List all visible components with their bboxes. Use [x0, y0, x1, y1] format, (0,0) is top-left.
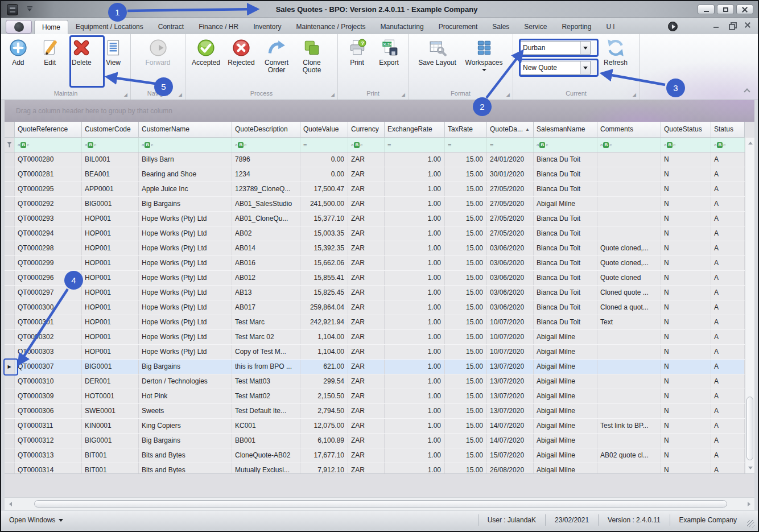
- ribbon-tab[interactable]: Equipment / Locations: [68, 20, 151, 34]
- cell[interactable]: 1,104.00: [300, 345, 348, 359]
- cell[interactable]: 15.00: [445, 271, 487, 285]
- filter-cell[interactable]: aBc =: [139, 138, 232, 152]
- cell[interactable]: HOP001: [82, 256, 139, 270]
- cell[interactable]: Bianca Du Toit: [534, 212, 597, 226]
- cell[interactable]: AB012: [232, 271, 300, 285]
- cell[interactable]: ZAR: [348, 315, 385, 329]
- cell[interactable]: 13/07/2020: [487, 360, 534, 374]
- cell[interactable]: ZAR: [348, 404, 385, 418]
- cell[interactable]: 1.00: [385, 315, 445, 329]
- cell[interactable]: A: [711, 182, 745, 196]
- filter-cell[interactable]: aBc =: [487, 138, 534, 152]
- cell[interactable]: 15.00: [445, 389, 487, 403]
- cell[interactable]: AB017: [232, 300, 300, 315]
- cell[interactable]: 10/07/2020: [487, 345, 534, 359]
- cell[interactable]: Bianca Du Toit: [534, 271, 597, 285]
- cell[interactable]: Abigail Milne: [534, 448, 597, 463]
- filter-cell[interactable]: aBc =: [534, 138, 597, 152]
- cell[interactable]: 1.00: [385, 330, 445, 344]
- ribbon-tab[interactable]: Home: [34, 20, 68, 34]
- cell[interactable]: Hope Works (Pty) Ltd: [139, 345, 232, 359]
- cell[interactable]: A: [711, 271, 745, 285]
- cell[interactable]: Bianca Du Toit: [534, 152, 597, 167]
- cell[interactable]: ZAR: [348, 271, 385, 285]
- cell[interactable]: 15.00: [445, 226, 487, 241]
- view-button[interactable]: View: [97, 36, 129, 86]
- table-row[interactable]: ▶ QT0000280 BIL0001 Billys Barn 7896 0.0…: [5, 152, 745, 167]
- export-button[interactable]: XLSX Export: [373, 36, 405, 86]
- table-row[interactable]: ▶ QT0000312 BIG0001 Big Bargains BB001 6…: [5, 434, 745, 448]
- cell[interactable]: HOP001: [82, 241, 139, 255]
- row-header-cell[interactable]: ▶: [5, 167, 15, 182]
- cell[interactable]: ZAR: [348, 374, 385, 389]
- cell[interactable]: QT0000298: [15, 241, 82, 255]
- cell[interactable]: 1.00: [385, 256, 445, 270]
- cell[interactable]: QT0000306: [15, 404, 82, 418]
- cell[interactable]: A: [711, 197, 745, 211]
- cell[interactable]: 27/05/2020: [487, 212, 534, 226]
- row-header-cell[interactable]: ▶: [5, 374, 15, 389]
- cell[interactable]: BIT001: [82, 463, 139, 473]
- table-row[interactable]: ▶ QT0000302 HOP001 Hope Works (Pty) Ltd …: [5, 330, 745, 345]
- cell[interactable]: [597, 404, 661, 418]
- ribbon-tab[interactable]: Maintenance / Projects: [289, 20, 373, 34]
- chevron-down-icon[interactable]: [580, 42, 590, 54]
- cell[interactable]: ZAR: [348, 419, 385, 433]
- cell[interactable]: BIG0001: [82, 197, 139, 211]
- row-header-cell[interactable]: ▶: [5, 419, 15, 433]
- cell[interactable]: 15.00: [445, 152, 487, 167]
- cell[interactable]: BB001: [232, 434, 300, 448]
- cell[interactable]: Hot Pink: [139, 389, 232, 403]
- cell[interactable]: Text: [597, 315, 661, 329]
- cell[interactable]: 1.00: [385, 448, 445, 463]
- cell[interactable]: ZAR: [348, 360, 385, 374]
- cell[interactable]: HOP001: [82, 345, 139, 359]
- filter-cell[interactable]: aBc =: [15, 138, 82, 152]
- cell[interactable]: N: [661, 434, 711, 448]
- cell[interactable]: 299.54: [300, 374, 348, 389]
- ribbon-tab[interactable]: U l: [599, 20, 622, 34]
- column-header[interactable]: QuoteValue ▲: [300, 122, 348, 137]
- cell[interactable]: N: [661, 286, 711, 300]
- cell[interactable]: A: [711, 300, 745, 315]
- cell[interactable]: QT0000314: [15, 463, 82, 473]
- cell[interactable]: AB01_SalesStudio: [232, 197, 300, 211]
- cell[interactable]: ZAR: [348, 226, 385, 241]
- cell[interactable]: ZAR: [348, 330, 385, 344]
- cell[interactable]: 1.00: [385, 152, 445, 167]
- cell[interactable]: Big Bargains: [139, 360, 232, 374]
- table-row[interactable]: ▶ QT0000309 HOT0001 Hot Pink Test Matt02…: [5, 389, 745, 404]
- cell[interactable]: AB02: [232, 226, 300, 241]
- cell[interactable]: 1.00: [385, 463, 445, 473]
- cell[interactable]: Hope Works (Pty) Ltd: [139, 271, 232, 285]
- print-button[interactable]: ? Print: [341, 36, 373, 86]
- column-header[interactable]: SalesmanName ▲: [534, 122, 597, 137]
- mdi-restore-button[interactable]: [728, 22, 735, 28]
- table-row[interactable]: ▶ QT0000307 BIG0001 Big Bargains this is…: [5, 360, 745, 374]
- filter-cell[interactable]: aBc =: [300, 138, 348, 152]
- cell[interactable]: 0.00: [300, 152, 348, 167]
- cell[interactable]: 26/08/2020: [487, 463, 534, 473]
- cell[interactable]: Hope Works (Pty) Ltd: [139, 330, 232, 344]
- ribbon-tab[interactable]: Procurement: [431, 20, 485, 34]
- row-header-cell[interactable]: ▶: [5, 463, 15, 473]
- cell[interactable]: [597, 389, 661, 403]
- filter-cell[interactable]: aBc =: [348, 138, 385, 152]
- cell[interactable]: 1.00: [385, 182, 445, 196]
- mdi-close-button[interactable]: [744, 22, 751, 28]
- cell[interactable]: King Copiers: [139, 419, 232, 433]
- filter-cell[interactable]: aBc =: [385, 138, 445, 152]
- dialog-launcher-icon[interactable]: ◢: [402, 92, 405, 97]
- cell[interactable]: [597, 330, 661, 344]
- cell[interactable]: [597, 434, 661, 448]
- cell[interactable]: 15.00: [445, 300, 487, 315]
- cell[interactable]: Copy of Test M...: [232, 345, 300, 359]
- cell[interactable]: A: [711, 286, 745, 300]
- cell[interactable]: Abigail Milne: [534, 360, 597, 374]
- open-windows-button[interactable]: Open Windows: [9, 516, 63, 524]
- cell[interactable]: Quote cloned,...: [597, 256, 661, 270]
- cell[interactable]: A: [711, 448, 745, 463]
- cell[interactable]: A: [711, 256, 745, 270]
- cell[interactable]: 259,864.04: [300, 300, 348, 315]
- cell[interactable]: Hope Works (Pty) Ltd: [139, 256, 232, 270]
